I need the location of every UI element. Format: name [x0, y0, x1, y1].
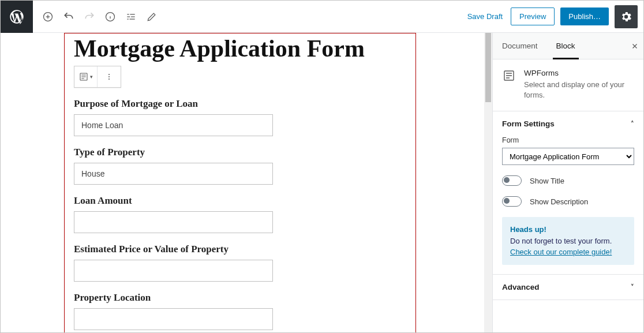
form-field: Type of Property: [74, 147, 406, 185]
notice-text: Do not forget to test your form.: [510, 237, 612, 245]
field-label: Type of Property: [74, 147, 406, 158]
editor-topbar: Save Draft Preview Publish…: [1, 1, 643, 33]
form-select[interactable]: Mortgage Application Form: [502, 148, 634, 165]
chevron-down-icon: ˅: [631, 283, 634, 291]
chevron-up-icon: ˄: [631, 120, 634, 128]
edit-button[interactable]: [141, 6, 162, 27]
toggle-label: Show Description: [530, 197, 588, 206]
scrollbar-thumb[interactable]: [485, 33, 491, 102]
field-input-estimated-value[interactable]: [74, 260, 273, 282]
form-field: Purpose of Mortgage or Loan: [74, 98, 406, 136]
block-description: WPForms Select and display one of your f…: [493, 59, 643, 111]
section-title: Form Settings: [502, 119, 555, 128]
form-preview: Purpose of Mortgage or Loan Type of Prop…: [74, 98, 406, 330]
info-button[interactable]: [100, 6, 121, 27]
section-head-advanced[interactable]: Advanced ˅: [493, 275, 643, 300]
redo-icon: [84, 11, 95, 23]
field-label: Loan Amount: [74, 195, 406, 207]
editor-scrollbar[interactable]: [484, 33, 492, 332]
notice-heading: Heads up!: [510, 225, 546, 234]
toggle-show-title-row: Show Title: [502, 175, 634, 186]
wordpress-icon: [9, 9, 25, 25]
form-field: Estimated Price or Value of Property: [74, 244, 406, 282]
toggle-show-description[interactable]: [502, 196, 522, 207]
form-icon: [502, 69, 516, 83]
selected-block[interactable]: Mortgage Application Form ▾ Purpose of M…: [64, 33, 416, 332]
section-form-settings: Form Settings ˄ Form Mortgage Applicatio…: [493, 111, 643, 275]
info-icon: [104, 11, 116, 23]
section-advanced: Advanced ˅: [493, 275, 643, 300]
block-desc-text: Select and display one of your forms.: [524, 80, 634, 100]
settings-button[interactable]: [615, 5, 638, 28]
form-field: Property Location: [74, 292, 406, 330]
pencil-icon: [146, 11, 158, 23]
undo-icon: [63, 11, 74, 23]
toggle-show-title[interactable]: [502, 175, 522, 186]
field-input-property-type[interactable]: [74, 163, 273, 185]
field-label: Property Location: [74, 292, 406, 304]
svg-point-5: [108, 78, 110, 80]
editor-canvas: Mortgage Application Form ▾ Purpose of M…: [1, 33, 492, 332]
section-head-form-settings[interactable]: Form Settings ˄: [493, 111, 643, 136]
field-input-property-location[interactable]: [74, 308, 273, 330]
add-block-button[interactable]: [38, 6, 58, 27]
plus-circle-icon: [42, 11, 54, 23]
field-label: Estimated Price or Value of Property: [74, 244, 406, 255]
gear-icon: [620, 10, 632, 23]
sidebar-tabs: Document Block: [493, 33, 643, 59]
page-title[interactable]: Mortgage Application Form: [74, 33, 406, 62]
svg-point-3: [108, 74, 110, 75]
more-vertical-icon: [104, 72, 114, 81]
undo-button[interactable]: [58, 6, 79, 27]
toolbar-left: [33, 6, 162, 27]
block-name: WPForms: [524, 69, 634, 77]
block-toolbar: ▾: [74, 66, 121, 88]
notice-link[interactable]: Check out our complete guide!: [510, 248, 612, 256]
close-icon: [631, 42, 639, 50]
save-draft-button[interactable]: Save Draft: [465, 8, 505, 25]
form-icon: [78, 72, 89, 82]
toggle-show-description-row: Show Description: [502, 196, 634, 207]
notice-box: Heads up! Do not forget to test your for…: [502, 217, 634, 265]
close-sidebar-button[interactable]: [626, 33, 643, 59]
toggle-label: Show Title: [530, 177, 564, 185]
block-type-button[interactable]: ▾: [74, 66, 98, 87]
publish-button[interactable]: Publish…: [560, 8, 609, 25]
svg-point-4: [108, 76, 110, 77]
field-input-purpose[interactable]: [74, 114, 273, 136]
block-more-button[interactable]: [98, 66, 121, 87]
list-icon: [125, 11, 137, 23]
outline-button[interactable]: [121, 6, 141, 27]
tab-block[interactable]: Block: [547, 33, 585, 59]
form-field: Loan Amount: [74, 195, 406, 233]
form-select-label: Form: [502, 136, 634, 144]
preview-button[interactable]: Preview: [511, 8, 555, 25]
toolbar-right: Save Draft Preview Publish…: [465, 1, 643, 33]
tab-document[interactable]: Document: [493, 33, 547, 59]
redo-button[interactable]: [79, 6, 100, 27]
settings-sidebar: Document Block WPForms Select and displa…: [492, 33, 643, 332]
field-input-loan-amount[interactable]: [74, 211, 273, 233]
section-title: Advanced: [502, 283, 540, 291]
field-label: Purpose of Mortgage or Loan: [74, 98, 406, 110]
wordpress-logo[interactable]: [1, 1, 33, 33]
